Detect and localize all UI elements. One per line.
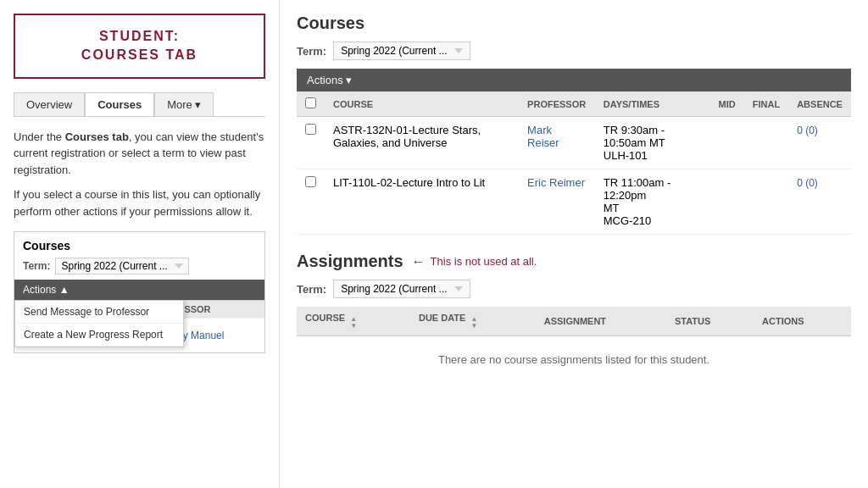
col-check [297,92,325,117]
mini-term-row: Term: Spring 2022 (Current ... [14,256,264,280]
row1-final [744,117,788,169]
row2-mid [710,169,744,235]
mini-actions-label: Actions ▲ [23,284,70,296]
row2-absence-link[interactable]: 0 (0) [797,177,818,189]
row1-checkbox[interactable] [305,124,316,135]
mini-term-label: Term: [23,260,50,272]
dropdown-arrow-icon [175,263,183,269]
courses-term-select[interactable]: Spring 2022 (Current ... [333,42,470,60]
page-title: STUDENT: COURSES TAB [24,27,255,65]
col-professor: PROFESSOR [519,92,595,117]
not-used-text: This is not used at all. [431,255,537,268]
col-mid: MID [710,92,744,117]
assignments-header: Assignments ← This is not used at all. [297,252,851,271]
table-row: ASTR-132N-01-Lecture Stars, Galaxies, an… [297,117,851,169]
courses-term-arrow-icon [454,48,463,53]
courses-actions-bar[interactable]: Actions ▾ [297,69,851,92]
assignments-term-arrow-icon [454,286,463,291]
sort-arrows-icon: ▲▼ [350,316,357,330]
table-row: LIT-110L-02-Lecture Intro to Lit Eric Re… [297,169,851,235]
row2-checkbox[interactable] [305,176,316,187]
row2-days: TR 11:00am - 12:20pm MT MCG-210 [595,169,710,235]
assignments-term-row: Term: Spring 2022 (Current ... [297,280,851,298]
no-data-message: There are no course assignments listed f… [297,336,851,384]
select-all-checkbox[interactable] [305,97,316,108]
assignments-term-label: Term: [297,283,326,296]
col-absence: ABSENCE [788,92,851,117]
left-panel: STUDENT: COURSES TAB Overview Courses Mo… [0,0,280,488]
tab-overview[interactable]: Overview [14,92,85,116]
row1-absence-link[interactable]: 0 (0) [797,125,818,136]
courses-section-title: Courses [297,14,851,33]
row2-professor: Eric Reimer [519,169,595,235]
courses-table-header-row: COURSE PROFESSOR DAYS/TIMES MID FINAL AB… [297,92,851,117]
row2-check [297,169,325,235]
assignments-section: Assignments ← This is not used at all. T… [297,252,851,383]
courses-section: Courses Term: Spring 2022 (Current ... A… [297,14,851,235]
assignments-no-data-row: There are no course assignments listed f… [297,336,851,384]
sort-arrows-due-icon: ▲▼ [470,316,477,330]
asn-col-status: STATUS [666,307,754,336]
tabs-row: Overview Courses More ▾ [14,92,265,117]
row1-check [297,117,325,169]
col-final: FINAL [744,92,788,117]
tab-more[interactable]: More ▾ [154,92,214,116]
col-days-times: DAYS/TIMES [595,92,710,117]
not-used-note: ← This is not used at all. [412,254,537,269]
action-create-report[interactable]: Create a New Progress Report [15,324,183,347]
courses-term-row: Term: Spring 2022 (Current ... [297,42,851,60]
mini-actions-dropdown: Send Message to Professor Create a New P… [14,300,184,347]
assignments-title: Assignments [297,252,403,271]
row1-mid [710,117,744,169]
tab-courses[interactable]: Courses [85,92,154,116]
asn-col-course: COURSE ▲▼ [297,307,410,336]
row1-professor: Mark Reiser [519,117,595,169]
assignments-table: COURSE ▲▼ DUE DATE ▲▼ ASSIGNMENT STATUS … [297,307,851,383]
row1-days: TR 9:30am - 10:50am MT ULH-101 [595,117,710,169]
row1-absence: 0 (0) [788,117,851,169]
description-2: If you select a course in this list, you… [14,186,265,219]
mini-term-select[interactable]: Spring 2022 (Current ... [55,258,188,274]
description-1: Under the Courses tab, you can view the … [14,129,265,179]
row1-professor-link[interactable]: Mark Reiser [527,124,559,149]
row1-course: ASTR-132N-01-Lecture Stars, Galaxies, an… [325,117,519,169]
action-send-message[interactable]: Send Message to Professor [15,301,183,324]
mini-courses-panel: Courses Term: Spring 2022 (Current ... A… [14,231,265,353]
row2-final [744,169,788,235]
asn-col-due-date: DUE DATE ▲▼ [410,307,536,336]
courses-term-label: Term: [297,45,326,58]
row2-professor-link[interactable]: Eric Reimer [527,176,585,189]
asn-col-actions: ACTIONS [754,307,851,336]
assignments-header-row: COURSE ▲▼ DUE DATE ▲▼ ASSIGNMENT STATUS … [297,307,851,336]
right-panel: Courses Term: Spring 2022 (Current ... A… [280,0,868,488]
mini-actions-bar[interactable]: Actions ▲ Send Message to Professor Crea… [14,280,264,300]
row2-course: LIT-110L-02-Lecture Intro to Lit [325,169,519,235]
row2-absence: 0 (0) [788,169,851,235]
left-arrow-icon: ← [412,254,426,269]
courses-table: COURSE PROFESSOR DAYS/TIMES MID FINAL AB… [297,92,851,235]
asn-col-assignment: ASSIGNMENT [536,307,666,336]
courses-actions-label: Actions ▾ [307,74,352,86]
col-course: COURSE [325,92,519,117]
title-box: STUDENT: COURSES TAB [14,14,265,79]
mini-panel-title: Courses [14,232,264,256]
assignments-term-select[interactable]: Spring 2022 (Current ... [333,280,470,298]
